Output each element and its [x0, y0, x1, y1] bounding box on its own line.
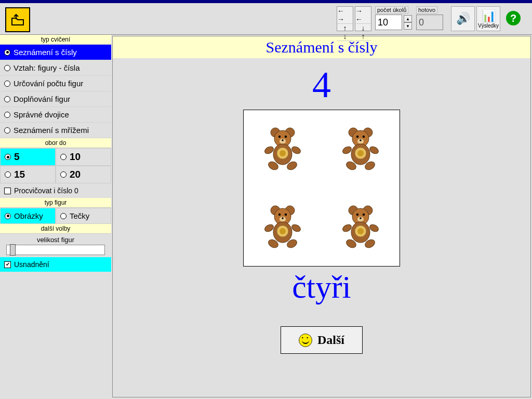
range-option[interactable]: 20	[56, 166, 111, 183]
exercise-type-label: Vztah: figury - čísla	[14, 63, 80, 72]
range-option[interactable]: 15	[0, 166, 56, 183]
exercise-type-option[interactable]: Vztah: figury - čísla	[0, 60, 111, 76]
height-stepper[interactable]: → ← ↓↑	[355, 6, 371, 31]
slider-thumb[interactable]	[10, 244, 16, 256]
chart-icon: 📊	[482, 9, 496, 23]
exercise-type-label: Správné dvojice	[14, 110, 69, 119]
figure-type-label: Obrázky	[14, 211, 43, 220]
exercise-type-list: Seznámení s číslyVztah: figury - číslaUr…	[0, 45, 111, 138]
results-button[interactable]: 📊 Výsledky	[476, 6, 500, 31]
arrows-in-h-icon: → ←	[355, 7, 371, 24]
done-input	[416, 15, 443, 30]
svg-point-23	[357, 150, 364, 156]
figure-size-label: velikost figur	[6, 236, 105, 244]
next-button[interactable]: Další	[281, 326, 363, 354]
results-label: Výsledky	[478, 23, 499, 29]
radio-icon	[4, 112, 10, 118]
radio-icon	[4, 81, 10, 87]
done-counter: hotovo	[416, 6, 443, 30]
toolbar: ← → ↑↓ → ← ↓↑ počet úkolů ▲▼ hotovo 🔊 �	[0, 3, 532, 35]
svg-point-45	[356, 214, 358, 216]
arrows-out-v-icon: ↑↓	[337, 24, 353, 41]
figure-type-option[interactable]: Obrázky	[0, 208, 56, 224]
ease-checkbox[interactable]: ✔ Usnadnění	[0, 257, 111, 272]
main-panel: Seznámení s čísly 4 čtyři Další	[112, 36, 531, 397]
svg-point-17	[356, 136, 358, 138]
radio-icon	[5, 171, 11, 178]
figure-type-group: ObrázkyTečky	[0, 208, 111, 224]
figure-size-control: velikost figur	[0, 234, 111, 257]
figure-type-option[interactable]: Tečky	[56, 208, 111, 224]
teddy-bear-icon	[340, 204, 381, 248]
practice-zero-checkbox[interactable]: Procvičovat i číslo 0	[0, 183, 111, 198]
range-label: 5	[14, 151, 20, 163]
svg-point-20	[360, 139, 362, 141]
checkbox-icon: ✔	[4, 261, 11, 268]
tasks-label: počet úkolů	[375, 6, 408, 14]
radio-icon	[4, 65, 10, 71]
help-icon: ?	[506, 11, 521, 25]
figure-type-title: typ figur	[0, 198, 111, 208]
svg-point-3	[278, 136, 281, 138]
figure-type-label: Tečky	[70, 211, 89, 220]
svg-point-18	[363, 136, 365, 138]
range-label: 15	[14, 169, 25, 180]
svg-point-9	[280, 150, 286, 156]
svg-point-34	[282, 217, 284, 219]
displayed-word: čtyři	[292, 269, 351, 305]
exercise-type-option[interactable]: Určování počtu figur	[0, 76, 111, 91]
range-option[interactable]: 5	[0, 148, 56, 166]
radio-icon	[4, 127, 10, 134]
teddy-bear-icon	[262, 204, 303, 248]
teddy-bear-icon	[340, 126, 381, 170]
checkbox-icon	[4, 188, 11, 194]
figure-item	[340, 204, 381, 250]
svg-point-4	[285, 136, 287, 138]
radio-icon	[4, 96, 10, 102]
tasks-spinner[interactable]: ▲▼	[404, 15, 412, 30]
next-label: Další	[317, 333, 344, 347]
exercise-type-option[interactable]: Správné dvojice	[0, 107, 111, 123]
exercise-type-label: Seznámení s čísly	[14, 48, 77, 57]
folder-up-icon	[10, 12, 25, 28]
exercise-type-option[interactable]: Seznámení s mřížemi	[0, 123, 111, 138]
svg-point-48	[360, 217, 362, 219]
smiley-icon	[299, 334, 312, 347]
exercise-type-option[interactable]: Seznámení s čísly	[0, 45, 111, 60]
exercise-type-label: Určování počtu figur	[14, 79, 83, 88]
radio-icon	[4, 49, 10, 56]
exercise-type-title: typ cvičení	[0, 35, 111, 45]
range-option[interactable]: 10	[56, 148, 111, 166]
page-title: Seznámení s čísly	[113, 36, 530, 58]
range-grid: 5101520	[0, 148, 111, 183]
range-label: 10	[70, 151, 81, 163]
back-button[interactable]	[5, 7, 30, 32]
practice-zero-label: Procvičovat i číslo 0	[14, 187, 78, 195]
exercise-type-option[interactable]: Doplňování figur	[0, 91, 111, 107]
figure-size-slider[interactable]	[6, 245, 105, 255]
ease-label: Usnadnění	[14, 260, 49, 269]
arrows-out-h-icon: ← →	[337, 7, 353, 24]
radio-icon	[5, 154, 11, 160]
speaker-icon: 🔊	[456, 12, 470, 25]
done-label: hotovo	[416, 6, 437, 14]
width-stepper[interactable]: ← → ↑↓	[337, 6, 353, 31]
tasks-input[interactable]	[375, 15, 402, 30]
sound-button[interactable]: 🔊	[451, 6, 475, 31]
figure-item	[262, 204, 303, 250]
svg-point-31	[278, 214, 281, 216]
help-button[interactable]: ?	[502, 6, 525, 30]
figure-box	[243, 110, 400, 267]
exercise-type-label: Seznámení s mřížemi	[14, 126, 89, 135]
tasks-counter: počet úkolů ▲▼	[375, 6, 412, 30]
range-title: obor do	[0, 138, 111, 148]
svg-point-37	[280, 228, 286, 234]
svg-point-6	[282, 139, 284, 141]
sidebar: typ cvičení Seznámení s číslyVztah: figu…	[0, 35, 111, 398]
svg-point-51	[357, 228, 364, 234]
displayed-number: 4	[312, 63, 331, 107]
radio-icon	[60, 171, 66, 178]
exercise-type-label: Doplňování figur	[14, 95, 70, 103]
figure-item	[340, 126, 381, 172]
figure-item	[262, 126, 303, 172]
